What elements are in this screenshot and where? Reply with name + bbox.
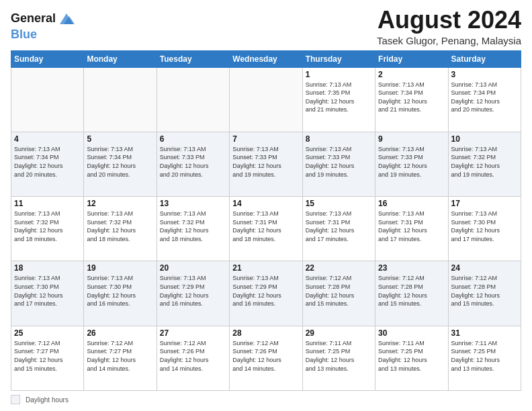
day-info: Sunrise: 7:12 AM Sunset: 7:26 PM Dayligh…: [232, 339, 299, 373]
calendar-week-5: 25Sunrise: 7:12 AM Sunset: 7:27 PM Dayli…: [11, 326, 521, 390]
calendar-cell: 9Sunrise: 7:13 AM Sunset: 7:33 PM Daylig…: [375, 132, 448, 196]
calendar-cell: 26Sunrise: 7:12 AM Sunset: 7:27 PM Dayli…: [84, 326, 157, 390]
calendar-cell: 24Sunrise: 7:12 AM Sunset: 7:28 PM Dayli…: [448, 261, 521, 326]
logo-text-blue: Blue: [11, 28, 37, 41]
day-number: 3: [451, 70, 518, 79]
calendar-cell: 13Sunrise: 7:13 AM Sunset: 7:32 PM Dayli…: [157, 197, 229, 261]
calendar-header-tuesday: Tuesday: [157, 50, 229, 67]
calendar-cell: 11Sunrise: 7:13 AM Sunset: 7:32 PM Dayli…: [11, 197, 84, 261]
day-info: Sunrise: 7:13 AM Sunset: 7:33 PM Dayligh…: [306, 145, 372, 179]
day-number: 11: [14, 199, 81, 208]
calendar-week-4: 18Sunrise: 7:13 AM Sunset: 7:30 PM Dayli…: [11, 261, 521, 326]
legend-box: [11, 395, 20, 404]
day-number: 12: [87, 199, 153, 208]
calendar-cell: 10Sunrise: 7:13 AM Sunset: 7:32 PM Dayli…: [448, 132, 521, 196]
day-number: 17: [451, 199, 518, 208]
calendar-cell: 21Sunrise: 7:13 AM Sunset: 7:29 PM Dayli…: [230, 261, 302, 326]
day-info: Sunrise: 7:13 AM Sunset: 7:34 PM Dayligh…: [87, 145, 153, 179]
day-info: Sunrise: 7:13 AM Sunset: 7:31 PM Dayligh…: [232, 210, 299, 243]
calendar-cell: 16Sunrise: 7:13 AM Sunset: 7:31 PM Dayli…: [375, 197, 448, 261]
calendar-cell: 12Sunrise: 7:13 AM Sunset: 7:32 PM Dayli…: [84, 197, 157, 261]
day-number: 27: [160, 328, 226, 338]
day-info: Sunrise: 7:13 AM Sunset: 7:34 PM Dayligh…: [14, 145, 81, 179]
day-number: 5: [87, 134, 153, 144]
header: General Blue August 2024 Tasek Glugor, P…: [11, 7, 521, 46]
calendar-cell: 25Sunrise: 7:12 AM Sunset: 7:27 PM Dayli…: [11, 326, 84, 390]
calendar-cell: [11, 67, 84, 132]
calendar-header-monday: Monday: [84, 50, 157, 67]
day-number: 4: [14, 134, 81, 144]
day-info: Sunrise: 7:12 AM Sunset: 7:28 PM Dayligh…: [306, 274, 372, 308]
day-number: 13: [160, 199, 226, 208]
day-info: Sunrise: 7:13 AM Sunset: 7:31 PM Dayligh…: [378, 210, 445, 243]
calendar-cell: 19Sunrise: 7:13 AM Sunset: 7:30 PM Dayli…: [84, 261, 157, 326]
day-info: Sunrise: 7:12 AM Sunset: 7:27 PM Dayligh…: [14, 339, 81, 373]
calendar-cell: 20Sunrise: 7:13 AM Sunset: 7:29 PM Dayli…: [157, 261, 229, 326]
calendar-cell: 27Sunrise: 7:12 AM Sunset: 7:26 PM Dayli…: [157, 326, 229, 390]
day-info: Sunrise: 7:13 AM Sunset: 7:33 PM Dayligh…: [160, 145, 226, 179]
calendar-cell: 23Sunrise: 7:12 AM Sunset: 7:28 PM Dayli…: [375, 261, 448, 326]
calendar-cell: 5Sunrise: 7:13 AM Sunset: 7:34 PM Daylig…: [84, 132, 157, 196]
calendar-week-3: 11Sunrise: 7:13 AM Sunset: 7:32 PM Dayli…: [11, 197, 521, 261]
day-number: 23: [378, 263, 445, 273]
day-info: Sunrise: 7:13 AM Sunset: 7:32 PM Dayligh…: [14, 210, 81, 243]
day-number: 7: [232, 134, 299, 144]
day-number: 24: [451, 263, 518, 273]
page: General Blue August 2024 Tasek Glugor, P…: [0, 0, 532, 411]
day-number: 31: [451, 328, 518, 338]
calendar-cell: 18Sunrise: 7:13 AM Sunset: 7:30 PM Dayli…: [11, 261, 84, 326]
calendar-cell: 17Sunrise: 7:13 AM Sunset: 7:30 PM Dayli…: [448, 197, 521, 261]
calendar-cell: [230, 67, 302, 132]
day-number: 25: [14, 328, 81, 338]
calendar-cell: 2Sunrise: 7:13 AM Sunset: 7:34 PM Daylig…: [375, 67, 448, 132]
calendar-cell: 31Sunrise: 7:11 AM Sunset: 7:25 PM Dayli…: [448, 326, 521, 390]
day-number: 28: [232, 328, 299, 338]
calendar-cell: 3Sunrise: 7:13 AM Sunset: 7:34 PM Daylig…: [448, 67, 521, 132]
calendar-cell: 1Sunrise: 7:13 AM Sunset: 7:35 PM Daylig…: [302, 67, 375, 132]
calendar-cell: 6Sunrise: 7:13 AM Sunset: 7:33 PM Daylig…: [157, 132, 229, 196]
day-info: Sunrise: 7:12 AM Sunset: 7:28 PM Dayligh…: [378, 274, 445, 308]
calendar-cell: [84, 67, 157, 132]
day-info: Sunrise: 7:13 AM Sunset: 7:31 PM Dayligh…: [306, 210, 372, 243]
calendar-table: SundayMondayTuesdayWednesdayThursdayFrid…: [11, 50, 521, 391]
day-number: 6: [160, 134, 226, 144]
day-number: 10: [451, 134, 518, 144]
calendar-cell: 7Sunrise: 7:13 AM Sunset: 7:33 PM Daylig…: [230, 132, 302, 196]
day-info: Sunrise: 7:13 AM Sunset: 7:29 PM Dayligh…: [232, 274, 299, 308]
calendar-cell: 14Sunrise: 7:13 AM Sunset: 7:31 PM Dayli…: [230, 197, 302, 261]
day-info: Sunrise: 7:11 AM Sunset: 7:25 PM Dayligh…: [451, 339, 518, 373]
calendar-week-2: 4Sunrise: 7:13 AM Sunset: 7:34 PM Daylig…: [11, 132, 521, 196]
day-number: 30: [378, 328, 445, 338]
calendar-cell: 30Sunrise: 7:11 AM Sunset: 7:25 PM Dayli…: [375, 326, 448, 390]
logo-text-general: General: [11, 12, 56, 26]
day-info: Sunrise: 7:13 AM Sunset: 7:33 PM Dayligh…: [232, 145, 299, 179]
day-number: 26: [87, 328, 153, 338]
calendar-header-saturday: Saturday: [448, 50, 521, 67]
day-number: 21: [232, 263, 299, 273]
day-info: Sunrise: 7:13 AM Sunset: 7:33 PM Dayligh…: [378, 145, 445, 179]
calendar-header-row: SundayMondayTuesdayWednesdayThursdayFrid…: [11, 50, 521, 67]
subtitle: Tasek Glugor, Penang, Malaysia: [377, 35, 521, 46]
day-number: 15: [306, 199, 372, 208]
day-info: Sunrise: 7:12 AM Sunset: 7:28 PM Dayligh…: [451, 274, 518, 308]
main-title: August 2024: [377, 7, 521, 34]
calendar-cell: [157, 67, 229, 132]
calendar-cell: 4Sunrise: 7:13 AM Sunset: 7:34 PM Daylig…: [11, 132, 84, 196]
day-info: Sunrise: 7:13 AM Sunset: 7:34 PM Dayligh…: [451, 81, 518, 114]
calendar-header-wednesday: Wednesday: [230, 50, 302, 67]
day-number: 1: [306, 70, 372, 79]
day-number: 29: [306, 328, 372, 338]
logo: General Blue: [11, 9, 76, 42]
calendar-header-sunday: Sunday: [11, 50, 84, 67]
day-number: 14: [232, 199, 299, 208]
day-info: Sunrise: 7:11 AM Sunset: 7:25 PM Dayligh…: [306, 339, 372, 373]
day-info: Sunrise: 7:13 AM Sunset: 7:32 PM Dayligh…: [160, 210, 226, 243]
calendar-week-1: 1Sunrise: 7:13 AM Sunset: 7:35 PM Daylig…: [11, 67, 521, 132]
day-info: Sunrise: 7:13 AM Sunset: 7:32 PM Dayligh…: [451, 145, 518, 179]
footer: Daylight hours: [11, 395, 521, 404]
day-info: Sunrise: 7:13 AM Sunset: 7:32 PM Dayligh…: [87, 210, 153, 243]
calendar-header-friday: Friday: [375, 50, 448, 67]
calendar-cell: 22Sunrise: 7:12 AM Sunset: 7:28 PM Dayli…: [302, 261, 375, 326]
calendar-header-thursday: Thursday: [302, 50, 375, 67]
title-area: August 2024 Tasek Glugor, Penang, Malays…: [377, 7, 521, 46]
